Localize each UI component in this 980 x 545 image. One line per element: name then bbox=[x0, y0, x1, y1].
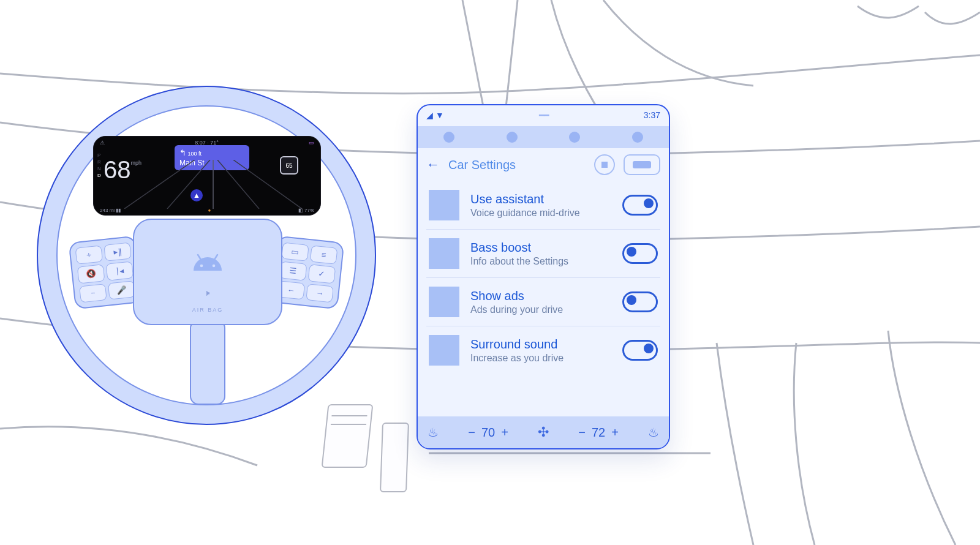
prev-track-button[interactable]: ∣◂ bbox=[106, 261, 134, 281]
gear-indicator: P R N D bbox=[97, 152, 101, 178]
phone-button[interactable]: ▭ bbox=[281, 242, 309, 262]
settings-list: Use assistant Voice guidance mid-drive B… bbox=[418, 181, 669, 416]
setting-title: Bass boost bbox=[470, 241, 611, 255]
svg-line-7 bbox=[217, 160, 259, 209]
fan-icon[interactable]: ✣ bbox=[538, 424, 549, 440]
seatbelt-icon: ⚠ bbox=[100, 140, 105, 146]
setting-icon bbox=[429, 238, 459, 269]
wheel-controls-left: ＋ ▸∥ 🔇 ∣◂ － 🎤 bbox=[69, 236, 143, 310]
page-title: Car Settings bbox=[448, 158, 586, 172]
tab-4[interactable] bbox=[632, 132, 643, 143]
turn-icon: ↰ bbox=[179, 148, 186, 157]
horn-icon: 🕨 bbox=[204, 288, 212, 298]
forward-wheel-button[interactable]: → bbox=[306, 284, 334, 303]
tab-1[interactable] bbox=[443, 132, 454, 143]
accelerator-pedal bbox=[380, 423, 409, 492]
toggle-show-ads[interactable] bbox=[622, 291, 658, 312]
lane-guidance bbox=[124, 160, 302, 209]
svg-point-1 bbox=[213, 265, 216, 268]
menu-button[interactable]: ≡ bbox=[310, 245, 338, 265]
instrument-cluster: ⚠ 8:07 · 71° ▭ P R N D 68mph ↰ 100 ft Ma… bbox=[93, 136, 321, 216]
header-action-1[interactable] bbox=[594, 154, 615, 175]
infotainment-screen: ◢ ▼ ━━ 3:37 ← Car Settings Use assistant… bbox=[417, 104, 670, 449]
tab-2[interactable] bbox=[507, 132, 518, 143]
mute-button[interactable]: 🔇 bbox=[77, 265, 105, 284]
setting-subtitle: Info about the Settings bbox=[470, 256, 611, 267]
back-icon[interactable]: ← bbox=[426, 158, 440, 171]
setting-title: Use assistant bbox=[470, 192, 611, 206]
tab-3[interactable] bbox=[569, 132, 580, 143]
camera-notch: ━━ bbox=[539, 110, 549, 120]
brake-pedal bbox=[322, 404, 374, 468]
android-icon bbox=[191, 254, 224, 273]
climate-bar: ♨ − 70 + ✣ − 72 + ♨ bbox=[418, 416, 669, 448]
volume-down-button[interactable]: － bbox=[79, 284, 107, 303]
setting-row-bass-boost[interactable]: Bass boost Info about the Settings bbox=[426, 230, 660, 278]
svg-line-2 bbox=[198, 255, 201, 260]
svg-line-5 bbox=[167, 160, 210, 209]
setting-icon bbox=[429, 190, 459, 220]
media-dot: ● bbox=[208, 208, 211, 213]
setting-subtitle: Ads during your drive bbox=[470, 304, 611, 315]
vehicle-marker-icon: ▲ bbox=[190, 189, 203, 201]
volume-up-button[interactable]: ＋ bbox=[75, 245, 104, 265]
cluster-status-icon: ▭ bbox=[309, 140, 314, 146]
setting-row-show-ads[interactable]: Show ads Ads during your drive bbox=[426, 278, 660, 326]
setting-row-surround-sound[interactable]: Surround sound Increase as you drive bbox=[426, 326, 660, 374]
toggle-use-assistant[interactable] bbox=[622, 195, 658, 216]
setting-subtitle: Voice guidance mid-drive bbox=[470, 208, 611, 219]
ok-button[interactable]: ✓ bbox=[308, 265, 336, 284]
svg-point-0 bbox=[200, 265, 203, 268]
svg-line-8 bbox=[233, 160, 302, 209]
seat-heat-left-icon[interactable]: ♨ bbox=[428, 425, 439, 440]
setting-title: Surround sound bbox=[470, 337, 611, 351]
svg-line-4 bbox=[124, 160, 195, 209]
airbag-label: AIR BAG bbox=[192, 307, 224, 313]
statusbar: ◢ ▼ ━━ 3:37 bbox=[418, 105, 669, 122]
setting-subtitle: Increase as you drive bbox=[470, 353, 611, 364]
voice-button[interactable]: 🎤 bbox=[108, 280, 136, 300]
climate-left[interactable]: − 70 + bbox=[468, 426, 508, 440]
play-pause-button[interactable]: ▸∥ bbox=[104, 242, 132, 262]
battery: ◧ 77% bbox=[298, 208, 314, 213]
list-button[interactable]: ☰ bbox=[279, 261, 307, 281]
climate-right[interactable]: − 72 + bbox=[578, 426, 619, 440]
app-tabs bbox=[418, 126, 669, 148]
toggle-surround-sound[interactable] bbox=[622, 340, 658, 361]
wheel-spoke-bottom bbox=[190, 320, 225, 405]
range: 243 mi ▮▮ bbox=[100, 208, 121, 213]
setting-title: Show ads bbox=[470, 289, 611, 303]
wheel-hub: 🕨 AIR BAG bbox=[133, 219, 282, 325]
seat-heat-right-icon[interactable]: ♨ bbox=[648, 425, 659, 440]
signal-icon: ◢ bbox=[426, 110, 433, 120]
setting-row-use-assistant[interactable]: Use assistant Voice guidance mid-drive bbox=[426, 181, 660, 230]
toggle-bass-boost[interactable] bbox=[622, 243, 658, 264]
svg-line-3 bbox=[214, 255, 217, 260]
settings-header: ← Car Settings bbox=[418, 148, 669, 181]
wifi-icon: ▼ bbox=[435, 110, 444, 120]
header-action-2[interactable] bbox=[624, 154, 660, 175]
clock: 3:37 bbox=[644, 110, 660, 120]
setting-icon bbox=[429, 335, 459, 366]
nav-distance: 100 ft bbox=[188, 151, 202, 157]
setting-icon bbox=[429, 287, 459, 317]
